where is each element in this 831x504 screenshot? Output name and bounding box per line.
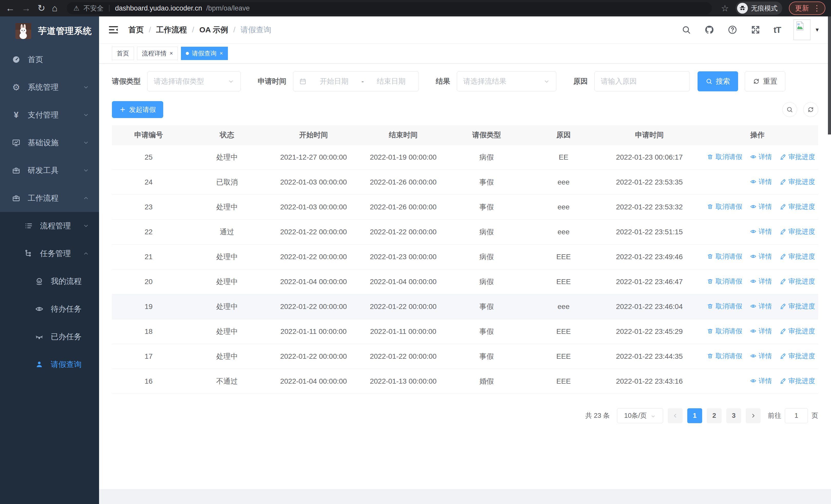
- row-start-time: 2022-01-11 00:00:00: [269, 319, 359, 344]
- sidebar-item-workflow[interactable]: 工作流程: [0, 184, 99, 212]
- browser-back-icon[interactable]: ←: [6, 4, 15, 13]
- help-icon[interactable]: [727, 25, 738, 35]
- sidebar-item-done-tasks[interactable]: 已办任务: [0, 323, 99, 351]
- sidebar-menu: 首页⚙系统管理¥支付管理基础设施研发工具工作流程流程管理任务管理我的流程待办任务…: [0, 46, 99, 504]
- date-range-picker[interactable]: 开始日期 - 结束日期: [293, 71, 419, 91]
- refresh-table-button[interactable]: [803, 102, 818, 117]
- detail-link[interactable]: 详情: [750, 252, 772, 261]
- fullscreen-icon[interactable]: [750, 25, 761, 35]
- user-avatar-menu[interactable]: ▼: [794, 20, 820, 40]
- row-start-time: 2022-01-22 00:00:00: [269, 294, 359, 319]
- progress-link[interactable]: 审批进度: [780, 202, 815, 211]
- cancel-leave-link[interactable]: 取消请假: [707, 352, 742, 360]
- cancel-leave-link[interactable]: 取消请假: [707, 327, 742, 336]
- detail-link[interactable]: 详情: [750, 327, 772, 336]
- column-header: 操作: [697, 125, 818, 145]
- end-date-placeholder: 结束日期: [370, 77, 413, 86]
- page-size-select[interactable]: 10条/页: [617, 408, 663, 423]
- cancel-leave-link[interactable]: 取消请假: [707, 202, 742, 211]
- tag-leave-query[interactable]: 请假查询×: [181, 47, 228, 60]
- reason-label: 原因: [573, 77, 588, 86]
- breadcrumb-item[interactable]: 首页: [128, 25, 144, 35]
- trash-icon: [707, 278, 713, 285]
- font-size-icon[interactable]: tT: [774, 25, 781, 35]
- tag-process-detail[interactable]: 流程详情×: [137, 47, 178, 60]
- progress-link[interactable]: 审批进度: [780, 152, 815, 161]
- row-actions: 取消请假详情审批进度: [697, 244, 818, 269]
- close-icon[interactable]: ×: [220, 51, 223, 56]
- github-icon[interactable]: [704, 25, 715, 35]
- detail-link[interactable]: 详情: [750, 377, 772, 385]
- search-icon[interactable]: [681, 25, 691, 35]
- sidebar-item-task-mgmt[interactable]: 任务管理: [0, 240, 99, 267]
- browser-scrollbar[interactable]: [828, 17, 831, 135]
- detail-link[interactable]: 详情: [750, 352, 772, 360]
- breadcrumb-separator: /: [192, 25, 194, 34]
- detail-link[interactable]: 详情: [750, 152, 772, 161]
- content-footer-strip: [99, 489, 831, 504]
- sidebar-collapse-icon[interactable]: [108, 24, 119, 35]
- progress-link[interactable]: 审批进度: [780, 377, 815, 385]
- bookmark-star-icon[interactable]: ☆: [721, 3, 729, 13]
- breadcrumb: 首页/工作流程/OA 示例/请假查询: [128, 25, 271, 35]
- sidebar-item-leave-query[interactable]: 请假查询: [0, 351, 99, 378]
- pen-icon: [780, 153, 786, 160]
- row-id: 18: [112, 319, 185, 344]
- browser-menu-icon[interactable]: ⋮: [813, 4, 821, 12]
- progress-link[interactable]: 审批进度: [780, 252, 815, 261]
- progress-link[interactable]: 审批进度: [780, 277, 815, 286]
- row-leave-type: 病假: [448, 219, 525, 244]
- browser-reload-icon[interactable]: ↻: [37, 4, 45, 13]
- sidebar-item-home[interactable]: 首页: [0, 46, 99, 73]
- progress-link[interactable]: 审批进度: [780, 227, 815, 236]
- browser-forward-icon[interactable]: →: [22, 4, 31, 13]
- detail-link[interactable]: 详情: [750, 227, 772, 236]
- cancel-leave-link[interactable]: 取消请假: [707, 277, 742, 286]
- reset-button[interactable]: 重置: [745, 71, 785, 91]
- cancel-leave-link[interactable]: 取消请假: [707, 152, 742, 161]
- sidebar-item-system[interactable]: ⚙系统管理: [0, 73, 99, 101]
- sidebar-logo[interactable]: 芋道管理系统: [0, 17, 99, 46]
- chevron-down-icon: [228, 78, 234, 85]
- sidebar-item-infra[interactable]: 基础设施: [0, 129, 99, 156]
- page-button-1[interactable]: 1: [687, 408, 702, 423]
- detail-link[interactable]: 详情: [750, 277, 772, 286]
- search-button[interactable]: 搜索: [697, 71, 738, 91]
- sidebar-item-payment[interactable]: ¥支付管理: [0, 101, 99, 129]
- goto-page-input[interactable]: [785, 408, 808, 423]
- cancel-leave-link[interactable]: 取消请假: [707, 252, 742, 261]
- progress-link[interactable]: 审批进度: [780, 177, 815, 186]
- sidebar-item-dev-tools[interactable]: 研发工具: [0, 156, 99, 184]
- sidebar-item-process-mgmt[interactable]: 流程管理: [0, 212, 99, 240]
- progress-link[interactable]: 审批进度: [780, 327, 815, 336]
- detail-link[interactable]: 详情: [750, 302, 772, 311]
- breadcrumb-item[interactable]: 工作流程: [156, 25, 187, 35]
- progress-link[interactable]: 审批进度: [780, 302, 815, 311]
- detail-link[interactable]: 详情: [750, 177, 772, 186]
- sidebar-item-todo-tasks[interactable]: 待办任务: [0, 295, 99, 323]
- breadcrumb-item[interactable]: OA 示例: [199, 25, 228, 35]
- progress-link[interactable]: 审批进度: [780, 352, 815, 360]
- detail-link[interactable]: 详情: [750, 202, 772, 211]
- apply-time-label: 申请时间: [258, 77, 286, 86]
- next-page-button[interactable]: [746, 408, 761, 423]
- sidebar: 芋道管理系统 首页⚙系统管理¥支付管理基础设施研发工具工作流程流程管理任务管理我…: [0, 17, 99, 504]
- cancel-leave-link[interactable]: 取消请假: [707, 302, 742, 311]
- chevron-down-icon: [83, 112, 89, 118]
- browser-update-button[interactable]: 更新 ⋮: [789, 2, 825, 15]
- page-button-2[interactable]: 2: [707, 408, 722, 423]
- sidebar-item-my-process[interactable]: 我的流程: [0, 267, 99, 295]
- show-search-button[interactable]: [782, 102, 797, 117]
- reason-input[interactable]: [594, 71, 690, 91]
- result-select[interactable]: 请选择流结果: [457, 71, 556, 91]
- leave-type-select[interactable]: 请选择请假类型: [147, 71, 241, 91]
- close-icon[interactable]: ×: [170, 51, 173, 56]
- page-button-3[interactable]: 3: [726, 408, 741, 423]
- plus-icon: [119, 106, 126, 113]
- create-leave-button[interactable]: 发起请假: [112, 101, 163, 118]
- address-bar[interactable]: ⚠ 不安全 dashboard.yudao.iocoder.cn /bpm/oa…: [67, 2, 712, 14]
- tag-home[interactable]: 首页: [112, 47, 134, 60]
- sidebar-item-label: 我的流程: [51, 276, 82, 287]
- browser-home-icon[interactable]: ⌂: [52, 4, 57, 13]
- prev-page-button[interactable]: [668, 408, 683, 423]
